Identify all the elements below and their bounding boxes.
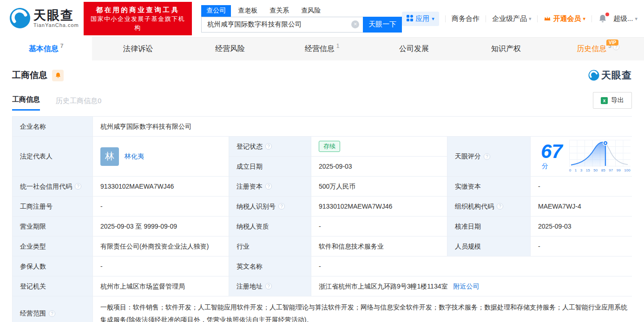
nav-vip-label: 开通会员	[553, 14, 581, 23]
industry-value: 软件和信息技术服务业	[311, 237, 447, 256]
subscribe-bell-icon[interactable]	[52, 70, 64, 81]
tick: 100	[624, 168, 630, 173]
uscc-label: 统一社会信用代码 ?	[13, 177, 92, 196]
reg-no-label: 工商注册号	[13, 197, 92, 216]
section-title: 工商信息	[12, 69, 47, 81]
status-badge: 存续	[319, 141, 340, 152]
chevron-down-icon: ▾	[529, 16, 532, 22]
tab-legal-proceedings[interactable]: 法律诉讼	[92, 37, 184, 60]
tab-label: 法律诉讼	[123, 44, 153, 54]
scope-label: 经营范围 ?	[13, 296, 92, 322]
tab-label: 公司发展	[399, 44, 429, 54]
search-input[interactable]	[207, 21, 351, 28]
tab-history-info[interactable]: 历史信息 VIP 3 ?	[552, 37, 644, 60]
term-label: 营业期限	[13, 217, 92, 236]
tab-label: 基本信息	[29, 44, 59, 54]
label-text: 经营范围	[20, 309, 46, 318]
authority-label: 登记机关	[13, 276, 92, 296]
tab-count: 1	[336, 43, 340, 49]
avatar[interactable]: 林	[100, 147, 119, 166]
export-button[interactable]: x 导出	[593, 92, 632, 109]
nav-enterprise-products[interactable]: 企业级产品 ▾	[492, 14, 532, 23]
tab-basic-info[interactable]: 基本信息 7	[0, 37, 92, 60]
legal-rep-cell: 林 林化夷	[93, 137, 229, 176]
section-header: 工商信息 天眼查	[12, 69, 632, 82]
company-name-label: 企业名称	[13, 117, 92, 136]
search-tab-risk[interactable]: 查风险	[296, 5, 326, 17]
brand-logo[interactable]: 天眼查 TianYanCha.com	[9, 7, 79, 30]
score-value: 67	[541, 140, 563, 162]
reg-no-value: -	[93, 197, 229, 216]
help-icon[interactable]: ?	[265, 143, 272, 150]
help-icon[interactable]: ?	[49, 310, 55, 317]
search-tab-relation[interactable]: 查关系	[264, 5, 294, 17]
tick: 85	[601, 168, 605, 173]
business-info-table: 企业名称 杭州咸亨国际数字科技有限公司 法定代表人 林 林化夷 登记状态 ? 存…	[12, 116, 632, 322]
label-text: 注册地址	[237, 282, 263, 291]
tab-label: 经营信息	[305, 44, 335, 54]
chevron-down-icon: ▾	[635, 16, 637, 22]
help-icon[interactable]: ?	[265, 283, 272, 289]
label-text: 注册资本	[237, 182, 263, 191]
divider	[486, 15, 486, 22]
search-button[interactable]: 天眼一下	[363, 17, 402, 33]
export-label: 导出	[611, 96, 624, 105]
taxpayer-quality-label: 纳税人资质	[229, 217, 311, 236]
subtab-business-info[interactable]: 工商信息	[12, 95, 40, 111]
nav-super-account[interactable]: 超级... ▾	[613, 14, 637, 23]
top-navigation: 应用 ▾ 商务合作 企业级产品 ▾ 开通会员 ▾	[402, 12, 637, 26]
nav-super-label: 超级...	[613, 14, 633, 23]
label-text: 天眼评分	[455, 151, 481, 161]
nav-apps[interactable]: 应用 ▾	[402, 12, 439, 26]
search-tab-company[interactable]: 查公司	[201, 5, 231, 17]
reg-status-label: 登记状态 ?	[229, 137, 311, 156]
score-unit: 分	[542, 162, 548, 170]
score-distribution-chart[interactable]: 0 1 3 15 50 85 97 99 100	[569, 140, 631, 173]
watermark-text: 天眼查	[601, 69, 632, 82]
address-value: 浙江省杭州市上城区九环路9号3幢1楼1134室 附近公司	[311, 276, 635, 296]
brand-domain: TianYanCha.com	[33, 23, 79, 28]
label-text: 登记状态	[237, 142, 263, 151]
uscc-value: 91330102MAEWA7WJ46	[93, 177, 229, 196]
tick: 1	[575, 168, 577, 173]
tick: 15	[586, 168, 590, 173]
help-icon[interactable]: ?	[497, 203, 503, 210]
tab-operation-risk[interactable]: 经营风险	[184, 37, 276, 60]
legal-rep-link[interactable]: 林化夷	[125, 151, 144, 161]
score-axis-ticks: 0 1 3 15 50 85 97 99 100	[569, 168, 631, 173]
paid-capital-label: 实缴资本	[447, 177, 530, 196]
help-icon[interactable]: ?	[265, 183, 272, 190]
tab-label: 历史信息	[577, 44, 606, 54]
company-tab-bar: 基本信息 7 法律诉讼 经营风险 经营信息 1 公司发展 知识产权 历史信息 V…	[0, 37, 644, 60]
divider	[591, 15, 592, 22]
company-name-value: 杭州咸亨国际数字科技有限公司	[93, 117, 635, 136]
apps-grid-icon	[407, 15, 413, 23]
org-code-value: MAEWA7WJ-4	[531, 197, 635, 216]
english-name-label: 英文名称	[229, 256, 311, 276]
score-cell: 67分	[531, 137, 635, 176]
tab-intellectual-property[interactable]: 知识产权	[460, 37, 552, 60]
nearby-companies-link[interactable]: 附近公司	[453, 282, 479, 291]
tianyancha-logo-icon	[588, 70, 599, 81]
clear-icon[interactable]: ×	[351, 20, 359, 28]
score-label: 天眼评分 ?	[447, 137, 530, 176]
nav-open-vip[interactable]: 开通会员 ▾	[544, 14, 585, 23]
search-tab-boss[interactable]: 查老板	[233, 5, 263, 17]
help-icon[interactable]: ?	[75, 183, 81, 190]
help-icon[interactable]: ?	[278, 203, 285, 210]
help-icon[interactable]: ?	[484, 153, 490, 160]
nav-cooperation[interactable]: 商务合作	[452, 14, 480, 23]
address-label: 注册地址 ?	[229, 276, 311, 296]
vip-badge: VIP	[606, 39, 618, 46]
tianyancha-logo-icon	[9, 7, 31, 30]
label-text: 纳税人识别号	[237, 202, 276, 211]
tab-operation-info[interactable]: 经营信息 1	[276, 37, 368, 60]
slogan-line2: 国家中小企业发展子基金旗下机构	[88, 15, 188, 33]
reg-capital-value: 500万人民币	[311, 177, 447, 196]
main-content: 工商信息 天眼查 工商信息 历史工商信息0 x 导出 企业名称 杭州咸亨国际数字…	[0, 69, 644, 322]
tab-company-development[interactable]: 公司发展	[368, 37, 460, 60]
notification-bell-icon[interactable]	[598, 14, 607, 23]
subtab-history-business-info[interactable]: 历史工商信息0	[56, 97, 101, 111]
taxpayer-quality-value: -	[311, 217, 447, 236]
org-code-label: 组织机构代码 ?	[447, 197, 530, 216]
